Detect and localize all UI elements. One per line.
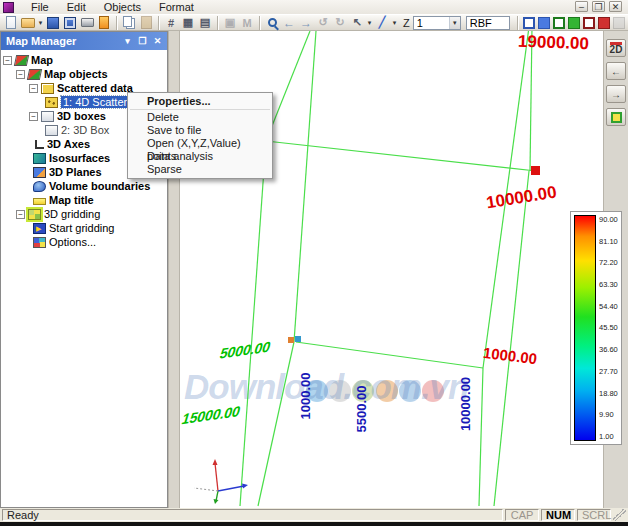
app-icon xyxy=(3,2,14,13)
resize-grip[interactable] xyxy=(613,509,626,521)
axis-trihedron-icon xyxy=(194,459,248,504)
line-tool-icon[interactable]: ╱ xyxy=(374,15,390,31)
gridder-input[interactable] xyxy=(467,17,509,29)
context-menu: Properties... Delete Save to file Open (… xyxy=(127,92,273,179)
color-scale-labels: 90.00 81.10 72.20 63.30 54.40 45.50 36.6… xyxy=(596,215,618,441)
menu-item-open-points[interactable]: Open (X,Y,Z,Value) points xyxy=(128,137,272,150)
previous-view-button[interactable]: ← xyxy=(606,62,626,80)
solid-box-blue-icon[interactable] xyxy=(538,17,550,29)
select-dropdown-icon[interactable]: ▾ xyxy=(366,19,373,27)
status-message: Ready xyxy=(2,509,503,521)
collapse-icon[interactable] xyxy=(29,84,38,93)
window-bottom-edge xyxy=(0,522,628,526)
map-frame-icon: M xyxy=(239,15,255,31)
restore-button[interactable]: ❐ xyxy=(592,1,605,12)
volume-icon xyxy=(33,181,46,192)
data-point-marker-red xyxy=(531,166,540,175)
export-icon[interactable] xyxy=(96,15,112,31)
2d-view-button[interactable]: 2D xyxy=(606,39,626,57)
menu-format[interactable]: Format xyxy=(150,0,203,14)
axis-label-blue-1000: 1000.00 xyxy=(298,373,313,420)
grid-icon[interactable]: # xyxy=(163,15,179,31)
undo-arrow-icon[interactable]: ← xyxy=(281,15,297,31)
open-file-icon[interactable] xyxy=(20,15,36,31)
image-icon: ▣ xyxy=(222,15,238,31)
open-dropdown-icon[interactable]: ▾ xyxy=(37,19,44,27)
data-point-marker-blue xyxy=(295,336,301,342)
legend-icon[interactable]: ▤ xyxy=(197,15,213,31)
separator xyxy=(517,16,518,30)
z-level-input[interactable] xyxy=(414,17,449,29)
solid-box-red-icon[interactable] xyxy=(598,17,610,29)
color-scale-bar: 90.00 81.10 72.20 63.30 54.40 45.50 36.6… xyxy=(570,211,622,445)
separator xyxy=(259,16,260,30)
disabled-box-icon xyxy=(613,17,625,29)
gridding-view-button[interactable] xyxy=(606,108,626,126)
map-icon xyxy=(27,69,42,80)
axis-label-blue-5500: 5500.00 xyxy=(354,386,369,433)
gridder-field[interactable] xyxy=(466,16,510,30)
save-icon[interactable] xyxy=(45,15,61,31)
collapse-icon[interactable] xyxy=(16,70,25,79)
panel-close-icon[interactable]: ✕ xyxy=(151,35,164,48)
axes-icon xyxy=(35,140,44,149)
map-manager-titlebar[interactable]: Map Manager ▾ ❐ ✕ xyxy=(1,32,167,50)
copy-icon[interactable] xyxy=(121,15,137,31)
tree-item-map[interactable]: Map xyxy=(1,53,167,67)
z-dropdown-icon[interactable]: ▾ xyxy=(449,17,460,29)
line-dropdown-icon[interactable]: ▾ xyxy=(391,19,398,27)
tree-item-map-objects[interactable]: Map objects xyxy=(1,67,167,81)
planes-icon xyxy=(33,167,46,178)
z-level-combobox[interactable]: ▾ xyxy=(413,16,461,30)
menu-bar: File Edit Objects Format – ❐ ✕ xyxy=(0,0,628,14)
menu-edit[interactable]: Edit xyxy=(58,0,95,14)
minimize-button[interactable]: – xyxy=(575,1,588,12)
panel-pin-icon[interactable]: ❐ xyxy=(136,35,149,48)
wire-box-blue-icon[interactable] xyxy=(523,17,535,29)
zoom-icon[interactable] xyxy=(264,15,280,31)
tree-item-volume-boundaries[interactable]: Volume boundaries xyxy=(1,179,167,193)
tree-item-start-gridding[interactable]: Start gridding xyxy=(1,221,167,235)
menu-item-properties[interactable]: Properties... xyxy=(128,95,272,108)
menu-item-delete[interactable]: Delete xyxy=(128,111,272,124)
redo-arrow-icon[interactable]: → xyxy=(298,15,314,31)
collapse-icon[interactable] xyxy=(3,56,12,65)
close-button[interactable]: ✕ xyxy=(609,1,622,12)
menu-file[interactable]: File xyxy=(22,0,58,14)
isosurface-icon xyxy=(33,153,46,164)
save-as-icon[interactable] xyxy=(62,15,78,31)
start-gridding-icon xyxy=(33,223,46,234)
cube-icon xyxy=(41,111,54,122)
panel-title: Map Manager xyxy=(6,35,76,47)
wire-box-red-icon[interactable] xyxy=(583,17,595,29)
window-controls: – ❐ ✕ xyxy=(575,1,622,12)
menu-item-save-to-file[interactable]: Save to file xyxy=(128,124,272,137)
collapse-icon[interactable] xyxy=(16,210,25,219)
status-bar: Ready CAP NUM SCRL xyxy=(0,508,628,522)
collapse-icon[interactable] xyxy=(29,112,38,121)
tree-item-3d-gridding[interactable]: 3D gridding xyxy=(1,207,167,221)
next-view-button[interactable]: → xyxy=(606,85,626,103)
menu-separator xyxy=(130,109,270,110)
separator xyxy=(158,16,159,30)
main-area: Map Manager ▾ ❐ ✕ Map Map objects Scatte… xyxy=(0,31,628,508)
histogram-icon[interactable]: ▦ xyxy=(180,15,196,31)
select-arrow-icon[interactable]: ↖ xyxy=(349,15,365,31)
print-icon[interactable] xyxy=(79,15,95,31)
caps-lock-indicator: CAP xyxy=(505,509,539,521)
menu-item-sparse[interactable]: Sparse xyxy=(128,163,272,176)
wire-box-green-icon[interactable] xyxy=(553,17,565,29)
new-file-icon[interactable] xyxy=(3,15,19,31)
map-icon xyxy=(14,55,29,66)
menu-item-data-analysis[interactable]: Data analysis xyxy=(128,150,272,163)
solid-box-green-icon[interactable] xyxy=(568,17,580,29)
cube-icon xyxy=(45,125,58,136)
data-point-marker-orange xyxy=(288,337,294,343)
scatter-points-icon xyxy=(45,97,58,108)
panel-menu-icon[interactable]: ▾ xyxy=(121,35,134,48)
tree-item-options[interactable]: Options... xyxy=(1,235,167,249)
menu-objects[interactable]: Objects xyxy=(95,0,150,14)
tree-item-map-title[interactable]: Map title xyxy=(1,193,167,207)
axis-label-blue-10000: 10000.00 xyxy=(458,377,473,431)
options-icon xyxy=(33,237,46,248)
